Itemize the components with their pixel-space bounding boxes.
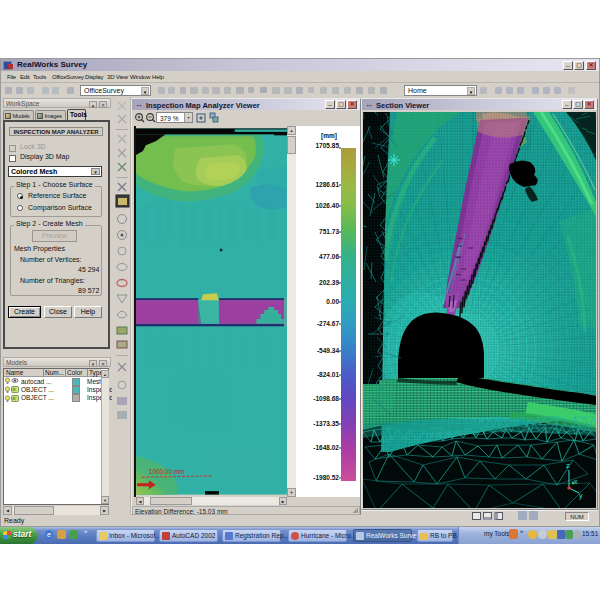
svg-text:x: x [574,478,578,485]
svg-text:1705.85: 1705.85 [316,142,340,149]
svg-text:z: z [566,462,570,469]
svg-text:1286.61: 1286.61 [316,181,340,188]
svg-text:477.06: 477.06 [319,253,339,260]
svg-text:1026.40: 1026.40 [316,202,340,209]
svg-text:y: y [579,492,583,500]
svg-text:751.73: 751.73 [319,228,339,235]
svg-text:[mm]: [mm] [321,132,337,140]
svg-text:202.39: 202.39 [319,279,339,286]
svg-text:-1980.52: -1980.52 [313,474,339,481]
svg-text:0.00: 0.00 [326,298,339,305]
svg-text:-549.34: -549.34 [317,347,339,354]
svg-text:-1648.02: -1648.02 [313,444,339,451]
svg-text:-824.01: -824.01 [317,371,339,378]
svg-text:-274.67: -274.67 [317,320,339,327]
svg-text:-1098.68: -1098.68 [313,395,339,402]
svg-text:1000.00 mm: 1000.00 mm [149,468,185,475]
svg-text:-1373.35: -1373.35 [313,420,339,427]
